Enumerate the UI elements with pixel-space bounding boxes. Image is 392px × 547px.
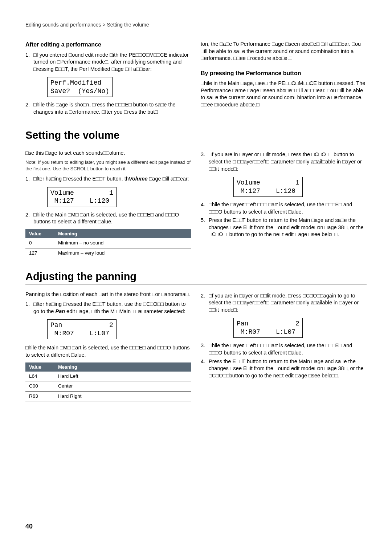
lcd-volume-right: Volume 1 M:127 L:120 [233,177,303,197]
top-right-para1: ton, the □a□e To Performance □age □seen … [201,41,367,62]
volume-intro: □se this □age to set each sounds□□olume. [25,150,191,157]
volume-step3: □f you are in □ayer or □□lit mode, □ress… [209,151,367,173]
table-row: 127Maximum – very loud [25,248,191,258]
panning-step3: □hile the □ayer□□eft □□□ □art is selecte… [209,342,367,356]
top-step2: □hile this □age is sho□n, □ress the □□□E… [33,101,191,116]
lcd-volume-left: Volume 1 M:127 L:120 [47,187,117,207]
volume-value-table: ValueMeaning 0Minimum – no sound 127Maxi… [25,229,191,258]
page-number: 40 [25,523,33,530]
table-row: L64Hard Left [25,372,191,381]
panning-columns: Panning is the □osition of each □art in … [25,291,367,401]
volume-step4: □hile the □ayer□□eft □□□ □art is selecte… [209,201,367,215]
lcd-pan-right: Pan 2 M:R07 L:L07 [233,318,303,338]
table-row: 0Minimum – no sound [25,238,191,248]
volume-columns: □se this □age to set each sounds□□olume.… [25,150,367,258]
panning-after: □hile the Main □M□ □art is selected, use… [25,344,191,358]
by-pressing-heading: By pressing the Performance button [201,69,367,77]
volume-step1: □fter ha□ing □ressed the E□□T button, th… [33,175,191,183]
panning-intro: Panning is the □osition of each □art in … [25,291,191,298]
panning-step2: □f you are in □ayer or □□lit mode, □ress… [209,292,367,314]
table-row: C00Center [25,381,191,391]
panning-step1: □fter ha□ing □ressed the E□□T button, us… [33,301,191,315]
panning-value-table: ValueMeaning L64Hard Left C00Center R63H… [25,362,191,401]
volume-note: Note: If you return to editing later, yo… [25,159,191,172]
breadcrumb: Editing sounds and performances > Settin… [25,22,367,28]
lcd-perf-modified: Perf.Modified Save? (Yes/No) [47,77,113,97]
heading-setting-volume: Setting the volume [25,129,367,143]
volume-step2: □hile the Main □M□ □art is selected, use… [33,211,191,226]
panning-step4: Press the E□□T button to return to the M… [209,358,367,380]
table-row: R63Hard Right [25,391,191,401]
intro-columns: After editing a performance 1.□f you ent… [25,41,367,117]
lcd-pan-left: Pan 2 M:R07 L:L07 [47,319,117,339]
volume-step5: Press the E□□T button to return to the M… [209,217,367,238]
after-editing-heading: After editing a performance [25,41,191,49]
top-right-para2: □hile in the Main □age, □ee□ the PE□□O□M… [201,80,367,108]
top-step1: □f you entered □ound edit mode □ith the … [33,52,191,73]
heading-adjusting-panning: Adjusting the panning [25,271,367,284]
